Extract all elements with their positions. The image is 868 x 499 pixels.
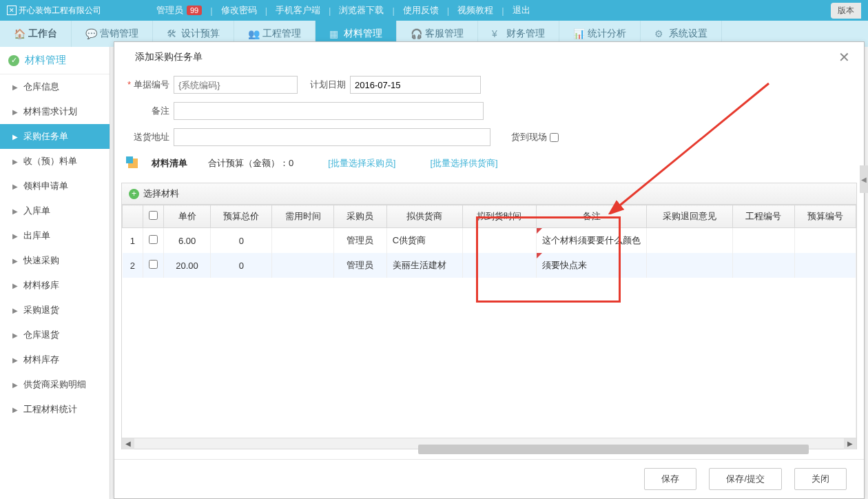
table-row[interactable]: 2 20.00 0 管理员 美丽生活建材 须要快点来 [123,253,856,278]
link-browser-download[interactable]: 浏览器下载 [339,4,384,17]
col-note: 备注 [537,205,647,228]
sidebar-item-quick-purchase[interactable]: ▶快速采购 [0,248,110,273]
form-area: *单据编号 计划日期 备注 送货地址 货到现场 [114,72,864,456]
plan-date-input[interactable] [350,76,481,94]
notification-badge[interactable]: 99 [187,6,202,15]
sidebar-item-inbound[interactable]: ▶入库单 [0,198,110,223]
list-icon [128,159,138,168]
top-links: 管理员 99 | 修改密码 | 手机客户端 | 浏览器下载 | 使用反馈 | 视… [156,4,530,17]
sidebar-item-requisition[interactable]: ▶领料申请单 [0,174,110,198]
label-plan-date: 计划日期 [304,79,346,91]
caret-right-icon: ▶ [12,133,18,141]
gear-icon: ⚙ [654,28,665,39]
caret-right-icon: ▶ [12,207,18,215]
material-grid: 单价 预算总价 需用时间 采购员 拟供货商 拟到货时间 备注 采购退回意见 工程… [121,205,857,449]
link-video-tutorial[interactable]: 视频教程 [457,4,493,17]
sidebar-item-material-move[interactable]: ▶材料移库 [0,273,110,298]
caret-right-icon: ▶ [12,332,18,339]
broken-image-icon: ✕ [7,6,17,15]
order-no-input[interactable] [174,76,298,94]
grid-icon: ▦ [329,28,340,39]
caret-right-icon: ▶ [12,183,18,190]
horizontal-scrollbar[interactable]: ◀ ▶ [122,438,856,449]
scroll-right-icon[interactable]: ▶ [844,438,856,449]
batch-select-buyer[interactable]: [批量选择采购员] [328,157,395,170]
modal-title: 添加采购任务单 [135,51,203,63]
sidebar-item-warehouse-info[interactable]: ▶仓库信息 [0,74,110,99]
label-order-no: *单据编号 [121,79,169,91]
label-arrive-site: 货到现场 [511,131,547,143]
sidebar: ✓ 材料管理 ▶仓库信息 ▶材料需求计划 ▶采购任务单 ▶收（预）料单 ▶领料申… [0,47,110,499]
col-budget-no: 预算编号 [794,205,856,228]
label-address: 送货地址 [121,131,169,143]
sidebar-item-receive-material[interactable]: ▶收（预）料单 [0,149,110,174]
scroll-left-icon[interactable]: ◀ [122,438,134,449]
check-circle-icon: ✓ [8,55,19,66]
save-submit-button[interactable]: 保存/提交 [709,468,782,490]
link-logout[interactable]: 退出 [513,4,530,17]
address-input[interactable] [174,128,490,146]
sidebar-item-warehouse-return[interactable]: ▶仓库退货 [0,323,110,347]
col-project-no: 工程编号 [733,205,794,228]
link-mobile-client[interactable]: 手机客户端 [276,4,320,17]
yen-icon: ¥ [492,28,503,39]
caret-right-icon: ▶ [12,406,18,414]
caret-right-icon: ▶ [12,307,18,314]
sidebar-item-supplier-detail[interactable]: ▶供货商采购明细 [0,372,110,397]
home-icon: 🏠 [14,28,25,39]
caret-right-icon: ▶ [12,381,18,389]
arrive-site-checkbox[interactable] [550,133,559,142]
col-supplier: 拟供货商 [386,205,462,228]
remark-input[interactable] [174,102,484,120]
material-list-title: 材料清单 [152,157,187,170]
close-icon[interactable]: ✕ [835,49,854,65]
modal-add-purchase-task: 添加采购任务单 ✕ *单据编号 计划日期 备注 送货 [114,41,865,499]
batch-select-supplier[interactable]: [批量选择供货商] [430,157,497,170]
company-name: ✕ 开心装饰工程有限公司 [7,5,101,17]
save-button[interactable]: 保存 [644,468,696,490]
row-checkbox[interactable] [149,260,158,269]
chat-icon: 💬 [85,28,96,39]
admin-label[interactable]: 管理员 [156,4,183,17]
col-buyer: 采购员 [333,205,386,228]
col-need-time: 需用时间 [272,205,333,228]
col-budget: 预算总价 [211,205,272,228]
col-reject: 采购退回意见 [647,205,733,228]
total-budget-label: 合计预算（金额）：0 [208,157,293,170]
sidebar-item-purchase-task[interactable]: ▶采购任务单 [0,124,110,149]
link-change-password[interactable]: 修改密码 [221,4,257,17]
chart-icon: 📊 [573,28,584,39]
close-button[interactable]: 关闭 [794,468,847,490]
link-feedback[interactable]: 使用反馈 [403,4,439,17]
caret-right-icon: ▶ [12,356,18,364]
caret-right-icon: ▶ [12,83,18,91]
caret-right-icon: ▶ [12,257,18,265]
sidebar-item-purchase-return[interactable]: ▶采购退货 [0,298,110,323]
caret-right-icon: ▶ [12,282,18,289]
sidebar-item-material-demand[interactable]: ▶材料需求计划 [0,99,110,124]
right-panel-toggle[interactable]: ◀ [860,165,868,193]
sidebar-item-material-stock[interactable]: ▶材料库存 [0,347,110,372]
sidebar-item-project-material-stat[interactable]: ▶工程材料统计 [0,397,110,422]
nav-tab-workbench[interactable]: 🏠工作台 [0,21,72,47]
wrench-icon: 🛠 [167,28,178,39]
select-material-bar[interactable]: + 选择材料 [121,183,857,205]
label-remark: 备注 [121,105,169,117]
header-checkbox[interactable] [149,211,158,220]
plus-circle-icon: + [129,189,139,199]
col-price: 单价 [164,205,211,228]
caret-right-icon: ▶ [12,158,18,165]
caret-right-icon: ▶ [12,232,18,240]
version-button[interactable]: 版本 [831,3,861,19]
headset-icon: 🎧 [411,28,422,39]
col-arrive-time: 拟到货时间 [462,205,536,228]
row-checkbox[interactable] [149,235,158,244]
caret-right-icon: ▶ [12,108,18,116]
sidebar-item-outbound[interactable]: ▶出库单 [0,223,110,248]
sidebar-module-title: ✓ 材料管理 [0,47,110,74]
table-row[interactable]: 1 6.00 0 管理员 C供货商 这个材料须要要什么颜色 [123,228,856,254]
people-icon: 👥 [248,28,259,39]
